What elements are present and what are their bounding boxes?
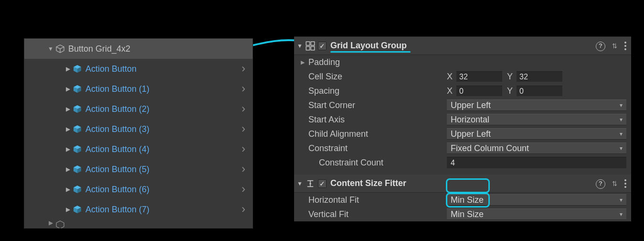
property-label: Vertical Fit bbox=[308, 209, 447, 219]
cell-size-y-input[interactable] bbox=[517, 71, 562, 82]
property-child-alignment: Child Alignment Upper Left bbox=[294, 127, 631, 141]
hierarchy-item-child[interactable]: Action Button (5) bbox=[24, 159, 253, 179]
prefab-icon bbox=[72, 144, 83, 154]
foldout-icon[interactable] bbox=[63, 66, 72, 72]
prefab-icon bbox=[72, 64, 83, 74]
hierarchy-item-label: Action Button (6) bbox=[85, 185, 238, 195]
help-icon[interactable] bbox=[596, 178, 605, 189]
component-actions bbox=[596, 178, 626, 189]
component-enabled-checkbox[interactable] bbox=[318, 42, 327, 50]
hierarchy-item-parent[interactable]: Button Grid_4x2 bbox=[24, 39, 253, 59]
hierarchy-item-child[interactable]: Action Button (1) bbox=[24, 79, 253, 99]
component-header-content-size-fitter[interactable]: Content Size Fitter bbox=[294, 175, 631, 193]
open-prefab-icon[interactable] bbox=[238, 105, 249, 113]
foldout-icon[interactable] bbox=[46, 45, 55, 52]
gameobject-icon bbox=[55, 44, 65, 54]
property-label: Horizontal Fit bbox=[308, 195, 447, 205]
property-label: Cell Size bbox=[308, 72, 447, 82]
hierarchy-item-label: Action Button (3) bbox=[85, 124, 238, 134]
foldout-icon[interactable] bbox=[63, 186, 72, 193]
open-prefab-icon[interactable] bbox=[238, 85, 249, 93]
inspector-panel: Grid Layout Group Padding Cell Size X Y … bbox=[294, 36, 631, 221]
property-start-axis: Start Axis Horizontal bbox=[294, 112, 631, 127]
vertical-fit-dropdown[interactable]: Min Size bbox=[447, 208, 626, 220]
foldout-icon[interactable] bbox=[301, 59, 308, 66]
property-constraint-count: Constraint Count bbox=[294, 155, 631, 170]
component-enabled-checkbox[interactable] bbox=[318, 179, 327, 188]
svg-rect-26 bbox=[306, 42, 310, 45]
open-prefab-icon[interactable] bbox=[238, 185, 249, 194]
component-actions bbox=[596, 40, 626, 51]
hierarchy-item-child[interactable]: Action Button (6) bbox=[24, 179, 253, 199]
open-prefab-icon[interactable] bbox=[238, 205, 249, 214]
foldout-icon[interactable] bbox=[63, 86, 72, 92]
foldout-icon[interactable] bbox=[63, 146, 72, 153]
preset-icon[interactable] bbox=[612, 41, 618, 51]
help-icon[interactable] bbox=[596, 40, 605, 51]
foldout-icon[interactable] bbox=[63, 106, 72, 112]
preset-icon[interactable] bbox=[612, 178, 618, 188]
hierarchy-item-child[interactable]: Action Button (2) bbox=[24, 99, 253, 119]
hierarchy-item-label: Action Button bbox=[85, 64, 238, 74]
property-padding[interactable]: Padding bbox=[294, 55, 631, 69]
component-header-grid-layout[interactable]: Grid Layout Group bbox=[294, 37, 631, 55]
spacing-x-input[interactable] bbox=[456, 86, 502, 96]
hierarchy-item-child[interactable]: Action Button (3) bbox=[24, 119, 253, 139]
open-prefab-icon[interactable] bbox=[238, 125, 249, 133]
horizontal-fit-dropdown[interactable]: Min Size bbox=[447, 194, 626, 206]
svg-rect-27 bbox=[311, 42, 315, 45]
prefab-icon bbox=[72, 124, 83, 134]
context-menu-icon[interactable] bbox=[624, 179, 626, 188]
hierarchy-item-label: Action Button (5) bbox=[85, 164, 238, 175]
child-alignment-dropdown[interactable]: Upper Left bbox=[447, 128, 626, 140]
open-prefab-icon[interactable] bbox=[238, 65, 249, 73]
svg-marker-25 bbox=[56, 221, 64, 228]
open-prefab-icon[interactable] bbox=[238, 145, 249, 153]
start-axis-dropdown[interactable]: Horizontal bbox=[447, 114, 626, 125]
constraint-count-input[interactable] bbox=[447, 157, 626, 168]
start-corner-dropdown[interactable]: Upper Left bbox=[447, 99, 626, 111]
axis-label-x: X bbox=[447, 86, 454, 96]
prefab-icon bbox=[72, 184, 83, 195]
foldout-icon[interactable] bbox=[63, 126, 72, 132]
property-label: Constraint bbox=[308, 143, 447, 153]
property-spacing: Spacing X Y bbox=[294, 84, 631, 98]
hierarchy-item-child[interactable]: Action Button bbox=[24, 59, 253, 79]
prefab-icon bbox=[72, 84, 83, 94]
hierarchy-item-child[interactable]: Action Button (4) bbox=[24, 139, 253, 159]
hierarchy-item-label: Action Button (7) bbox=[85, 205, 238, 215]
property-label: Child Alignment bbox=[308, 129, 447, 139]
axis-label-y: Y bbox=[507, 72, 514, 82]
svg-point-33 bbox=[309, 183, 311, 185]
hierarchy-item-child[interactable]: Action Button (7) bbox=[24, 199, 253, 219]
property-constraint: Constraint Fixed Column Count bbox=[294, 141, 631, 155]
svg-rect-29 bbox=[311, 46, 315, 50]
property-horizontal-fit: Horizontal Fit Min Size bbox=[294, 193, 631, 207]
property-label: Spacing bbox=[308, 86, 447, 96]
context-menu-icon[interactable] bbox=[624, 42, 626, 50]
prefab-icon bbox=[72, 164, 83, 175]
component-title: Grid Layout Group bbox=[330, 41, 596, 51]
cell-size-x-input[interactable] bbox=[456, 71, 502, 82]
hierarchy-item-label: Action Button (4) bbox=[85, 144, 238, 154]
hierarchy-item-label: Action Button (1) bbox=[85, 84, 238, 94]
prefab-icon bbox=[72, 204, 83, 215]
constraint-dropdown[interactable]: Fixed Column Count bbox=[447, 142, 626, 154]
prefab-icon bbox=[72, 104, 83, 114]
property-label: Start Corner bbox=[308, 100, 447, 110]
grid-layout-icon bbox=[306, 41, 315, 51]
property-label: Padding bbox=[308, 57, 447, 67]
axis-label-x: X bbox=[447, 72, 454, 82]
property-vertical-fit: Vertical Fit Min Size bbox=[294, 207, 631, 221]
foldout-icon[interactable] bbox=[63, 206, 72, 213]
foldout-icon[interactable] bbox=[297, 43, 305, 49]
open-prefab-icon[interactable] bbox=[238, 165, 249, 174]
property-start-corner: Start Corner Upper Left bbox=[294, 98, 631, 112]
svg-rect-28 bbox=[306, 46, 310, 50]
foldout-icon[interactable] bbox=[297, 180, 305, 187]
spacing-y-input[interactable] bbox=[517, 86, 562, 96]
hierarchy-item-label: Button Grid_4x2 bbox=[68, 44, 249, 54]
property-label: Constraint Count bbox=[308, 158, 447, 168]
hierarchy-item-cutoff bbox=[24, 219, 253, 228]
foldout-icon[interactable] bbox=[63, 166, 72, 173]
